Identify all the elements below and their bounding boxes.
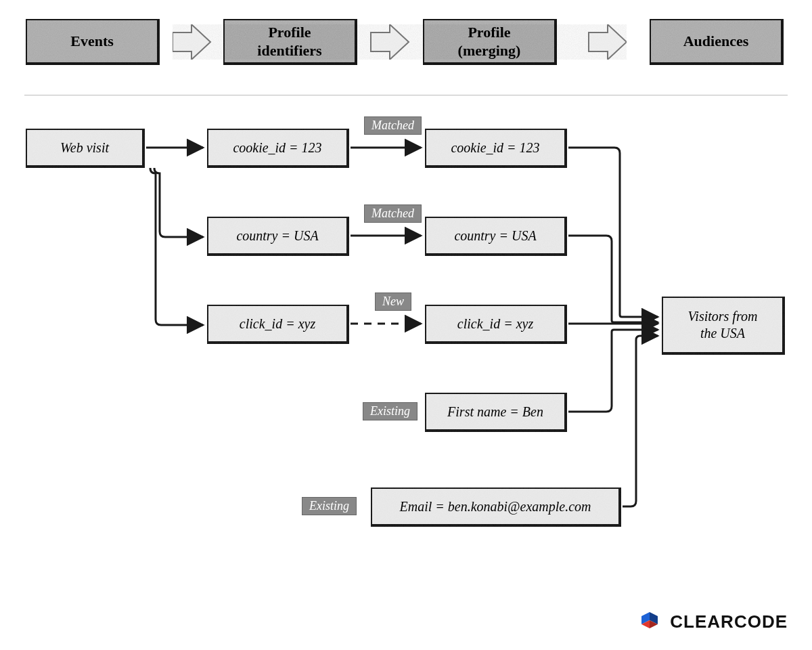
brand-logo: CLEARCODE	[636, 608, 788, 635]
connectors	[0, 0, 812, 650]
logo-mark-icon	[636, 608, 663, 635]
brand-name: CLEARCODE	[670, 611, 788, 632]
diagram-stage: { "headers": { "events": "Events", "iden…	[0, 0, 812, 650]
